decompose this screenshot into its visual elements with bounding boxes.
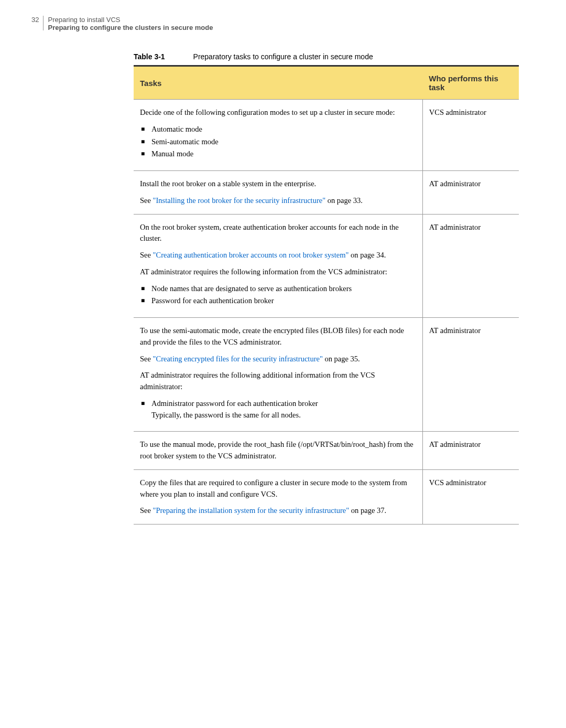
task-text: On the root broker system, create authen…	[140, 222, 416, 245]
task-text: To use the manual mode, provide the root…	[140, 439, 416, 462]
column-header-who: Who performs this task	[422, 66, 519, 100]
bullet-list: Automatic mode Semi-automatic mode Manua…	[140, 124, 416, 160]
task-cell: Decide one of the following configuratio…	[134, 100, 422, 171]
list-item: Manual mode	[140, 148, 416, 160]
link-suffix: on page 34.	[349, 251, 386, 259]
main-content: Table 3-1 Preparatory tasks to configure…	[134, 52, 519, 524]
list-item: Administrator password for each authenti…	[140, 398, 416, 421]
doc-link[interactable]: "Creating encrypted files for the securi…	[153, 355, 323, 363]
table-caption-text: Preparatory tasks to configure a cluster…	[193, 52, 373, 61]
who-cell: AT administrator	[422, 432, 519, 470]
who-cell: VCS administrator	[422, 469, 519, 524]
list-item: Password for each authentication broker	[140, 295, 416, 307]
list-item: Automatic mode	[140, 124, 416, 135]
header-breadcrumb: Preparing to install VCS	[48, 16, 213, 24]
task-link-line: See "Creating encrypted files for the se…	[140, 354, 416, 365]
header-section-title: Preparing to configure the clusters in s…	[48, 24, 213, 31]
task-link-line: See "Creating authentication broker acco…	[140, 250, 416, 261]
table-caption-label: Table 3-1	[134, 52, 165, 61]
link-prefix: See	[140, 251, 153, 259]
table-caption: Table 3-1 Preparatory tasks to configure…	[134, 52, 519, 61]
list-item: Node names that are designated to serve …	[140, 283, 416, 295]
table-row: Copy the files that are required to conf…	[134, 469, 519, 524]
table-row: On the root broker system, create authen…	[134, 214, 519, 318]
header-text-block: Preparing to install VCS Preparing to co…	[48, 16, 213, 31]
task-link-line: See "Installing the root broker for the …	[140, 195, 416, 207]
table-row: To use the semi-automatic mode, create t…	[134, 318, 519, 432]
who-cell: AT administrator	[422, 318, 519, 432]
link-prefix: See	[140, 196, 153, 205]
task-link-line: See "Preparing the installation system f…	[140, 505, 416, 517]
bullet-list: Administrator password for each authenti…	[140, 398, 416, 421]
doc-link[interactable]: "Preparing the installation system for t…	[153, 506, 350, 515]
doc-link[interactable]: "Creating authentication broker accounts…	[153, 251, 349, 259]
table-row: Install the root broker on a stable syst…	[134, 171, 519, 215]
task-text: Copy the files that are required to conf…	[140, 477, 416, 500]
tasks-table: Tasks Who performs this task Decide one …	[134, 65, 519, 524]
link-suffix: on page 37.	[349, 506, 386, 515]
task-cell: Install the root broker on a stable syst…	[134, 171, 422, 215]
task-text: Decide one of the following configuratio…	[140, 107, 416, 119]
link-suffix: on page 33.	[325, 196, 363, 205]
column-header-tasks: Tasks	[134, 66, 422, 100]
task-text: To use the semi-automatic mode, create t…	[140, 325, 416, 348]
page-number: 32	[31, 16, 39, 24]
header-divider	[43, 16, 43, 30]
who-cell: VCS administrator	[422, 100, 519, 171]
task-text: AT administrator requires the following …	[140, 370, 416, 393]
who-cell: AT administrator	[422, 214, 519, 318]
link-prefix: See	[140, 506, 153, 515]
task-cell: To use the semi-automatic mode, create t…	[134, 318, 422, 432]
bullet-list: Node names that are designated to serve …	[140, 283, 416, 307]
task-cell: To use the manual mode, provide the root…	[134, 432, 422, 470]
who-cell: AT administrator	[422, 171, 519, 215]
task-text: AT administrator requires the following …	[140, 266, 416, 278]
link-prefix: See	[140, 355, 153, 363]
task-text: Install the root broker on a stable syst…	[140, 178, 416, 190]
link-suffix: on page 35.	[323, 355, 360, 363]
task-cell: On the root broker system, create authen…	[134, 214, 422, 318]
task-cell: Copy the files that are required to conf…	[134, 469, 422, 524]
bullet-line2: Typically, the password is the same for …	[151, 411, 301, 419]
table-row: Decide one of the following configuratio…	[134, 100, 519, 171]
table-row: To use the manual mode, provide the root…	[134, 432, 519, 470]
page-header: 32 Preparing to install VCS Preparing to…	[31, 16, 535, 31]
doc-link[interactable]: "Installing the root broker for the secu…	[153, 196, 326, 205]
list-item: Semi-automatic mode	[140, 136, 416, 148]
bullet-line1: Administrator password for each authenti…	[151, 399, 318, 408]
table-header-row: Tasks Who performs this task	[134, 66, 519, 100]
